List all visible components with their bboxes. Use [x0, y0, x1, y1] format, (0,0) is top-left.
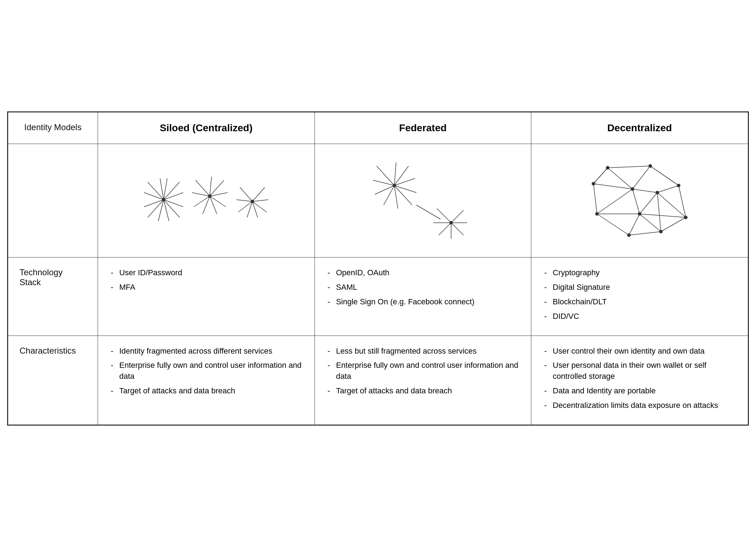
list-item: Cryptography [543, 267, 736, 278]
svg-point-86 [638, 212, 641, 216]
svg-line-65 [640, 214, 661, 232]
svg-line-70 [632, 189, 657, 193]
list-item: Target of attacks and data breach [109, 386, 303, 397]
svg-line-23 [240, 187, 252, 201]
svg-line-50 [451, 210, 464, 223]
svg-line-48 [451, 223, 464, 235]
svg-line-25 [238, 201, 252, 212]
svg-line-58 [593, 184, 597, 214]
svg-line-26 [247, 201, 252, 217]
svg-line-40 [394, 166, 409, 186]
svg-point-84 [631, 187, 634, 191]
characteristics-federated: Less but still fragmented across service… [314, 336, 531, 425]
svg-line-62 [657, 186, 679, 193]
list-item: Enterprise fully own and control user in… [326, 360, 520, 382]
header-decentralized: Decentralized [531, 112, 748, 144]
list-item: Decentralization limits data exposure on… [543, 400, 736, 411]
list-item: MFA [109, 282, 303, 293]
svg-line-60 [608, 168, 632, 189]
list-item: Data and Identity are portable [543, 386, 736, 397]
svg-line-71 [632, 189, 640, 214]
svg-line-28 [252, 201, 267, 212]
svg-point-77 [648, 164, 652, 168]
header-siloed: Siloed (Centralized) [98, 112, 314, 144]
list-item: OpenID, OAuth [326, 267, 520, 278]
tech-stack-decentralized: Cryptography Digital Signature Blockchai… [531, 258, 748, 336]
tech-stack-label: Technology Stack [8, 258, 98, 336]
svg-line-64 [640, 214, 686, 217]
list-item: User personal data in their own wallet o… [543, 360, 736, 382]
list-item: Enterprise fully own and control user in… [109, 360, 303, 382]
svg-line-72 [640, 193, 657, 214]
comparison-table: Identity Models Siloed (Centralized) Fed… [7, 111, 749, 425]
svg-line-46 [439, 223, 451, 235]
svg-line-41 [394, 162, 396, 186]
svg-point-85 [656, 191, 659, 194]
svg-line-57 [597, 214, 629, 235]
list-item: User control their own identity and own … [543, 346, 736, 357]
svg-line-67 [597, 189, 632, 214]
characteristics-decentralized: User control their own identity and own … [531, 336, 748, 425]
tech-stack-federated: OpenID, OAuth SAML Single Sign On (e.g. … [314, 258, 531, 336]
svg-point-82 [595, 212, 599, 216]
svg-point-79 [684, 216, 687, 219]
svg-line-69 [593, 184, 632, 189]
svg-point-31 [251, 200, 254, 203]
svg-line-43 [416, 205, 440, 219]
svg-point-78 [677, 184, 680, 187]
svg-line-73 [657, 193, 661, 232]
characteristics-siloed: Identity fragmented across different ser… [98, 336, 314, 425]
characteristics-label: Characteristics [8, 336, 98, 425]
svg-point-80 [659, 230, 663, 233]
svg-point-51 [449, 221, 453, 225]
svg-point-22 [208, 194, 212, 198]
list-item: SAML [326, 282, 520, 293]
svg-line-63 [657, 193, 686, 217]
svg-point-81 [627, 233, 631, 237]
list-item: Identity fragmented across different ser… [109, 346, 303, 357]
svg-line-30 [252, 187, 265, 201]
svg-line-24 [236, 200, 252, 201]
svg-line-56 [629, 232, 661, 235]
diagram-siloed [98, 144, 314, 258]
tech-stack-siloed: User ID/Password MFA [98, 258, 314, 336]
list-item: Blockchain/DLT [543, 297, 736, 308]
svg-line-34 [375, 186, 394, 194]
diagram-label [8, 144, 98, 258]
svg-line-27 [252, 201, 258, 217]
svg-line-55 [661, 217, 686, 232]
list-item: DID/VC [543, 311, 736, 322]
svg-line-75 [650, 166, 679, 186]
svg-point-42 [393, 184, 396, 187]
diagram-decentralized [531, 144, 748, 258]
svg-line-54 [679, 186, 686, 217]
header-federated: Federated [314, 112, 531, 144]
svg-line-33 [373, 180, 394, 186]
svg-point-12 [162, 198, 165, 201]
svg-line-29 [252, 200, 268, 201]
svg-line-35 [384, 186, 394, 205]
svg-line-44 [437, 209, 451, 223]
svg-line-21 [210, 177, 212, 196]
svg-line-32 [377, 166, 394, 186]
svg-point-76 [606, 166, 609, 170]
svg-point-83 [592, 182, 595, 186]
list-item: Target of attacks and data breach [326, 386, 520, 397]
svg-line-52 [608, 166, 650, 168]
svg-line-61 [632, 166, 650, 189]
svg-line-66 [629, 214, 640, 235]
list-item: Digital Signature [543, 282, 736, 293]
list-item: Single Sign On (e.g. Facebook connect) [326, 297, 520, 308]
svg-line-74 [593, 168, 608, 184]
svg-line-39 [394, 178, 415, 186]
diagram-federated [314, 144, 531, 258]
header-label: Identity Models [8, 112, 98, 144]
list-item: Less but still fragmented across service… [326, 346, 520, 357]
list-item: User ID/Password [109, 267, 303, 278]
